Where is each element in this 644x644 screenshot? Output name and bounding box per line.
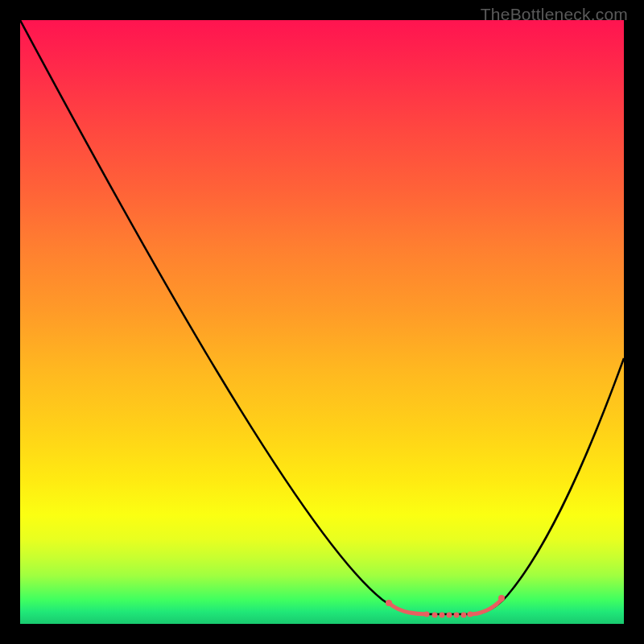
curve-svg	[20, 20, 624, 624]
highlight-dot	[447, 613, 452, 618]
highlight-dot	[461, 613, 467, 618]
highlight-dot	[454, 613, 460, 618]
highlight-dot	[498, 595, 505, 601]
watermark-text: TheBottleneck.com	[481, 5, 628, 24]
highlight-segment-left	[389, 603, 427, 614]
highlight-dot	[432, 613, 438, 618]
plot-area	[20, 20, 624, 624]
highlight-dot	[468, 612, 473, 617]
bottleneck-curve	[20, 20, 624, 614]
highlight-segment-right	[469, 600, 502, 614]
chart-container: TheBottleneck.com	[0, 0, 644, 644]
highlight-dot	[386, 600, 392, 606]
highlight-dot	[440, 613, 445, 618]
highlight-dot	[424, 612, 430, 617]
